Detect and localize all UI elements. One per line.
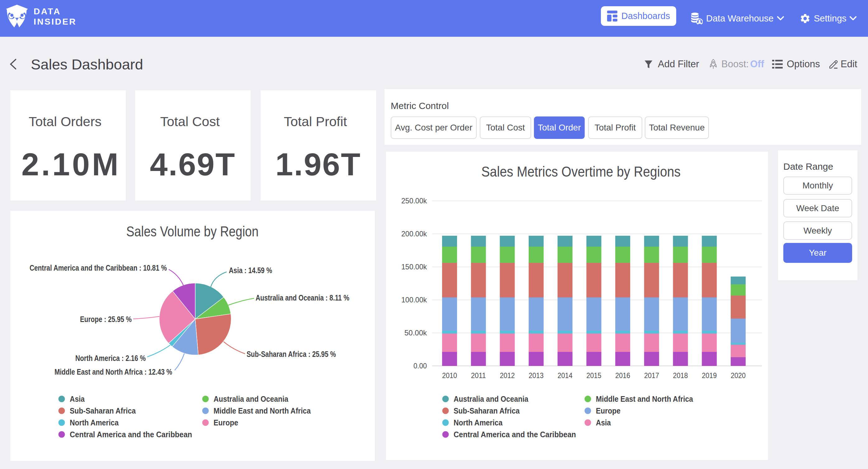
svg-text:Asia : 14.59 %: Asia : 14.59 %: [229, 266, 272, 275]
svg-text:Australia and Oceania: Australia and Oceania: [454, 394, 528, 404]
svg-text:Australia and Oceania: Australia and Oceania: [214, 394, 288, 404]
svg-text:Sub-Saharan Africa: Sub-Saharan Africa: [70, 406, 136, 415]
svg-text:North America: North America: [454, 418, 502, 427]
svg-text:Central America and the Caribb: Central America and the Caribbean: [454, 430, 576, 439]
svg-text:Middle East and North Africa: Middle East and North Africa: [214, 406, 311, 415]
svg-text:North America : 2.16 %: North America : 2.16 %: [75, 353, 146, 363]
svg-text:Asia: Asia: [70, 394, 85, 404]
svg-text:Central America and the Caribb: Central America and the Caribbean : 10.8…: [30, 263, 167, 272]
svg-text:Australia and Oceania : 8.11 %: Australia and Oceania : 8.11 %: [256, 293, 349, 302]
svg-text:Central America and the Caribb: Central America and the Caribbean: [70, 430, 192, 439]
svg-text:Middle East and North Africa :: Middle East and North Africa : 12.43 %: [55, 367, 172, 377]
svg-text:Sales Volume by Region: Sales Volume by Region: [126, 223, 259, 239]
svg-text:Sub-Saharan Africa : 25.95 %: Sub-Saharan Africa : 25.95 %: [247, 349, 336, 359]
svg-text:Europe: Europe: [214, 418, 238, 427]
svg-text:Asia: Asia: [596, 418, 611, 427]
svg-text:North America: North America: [70, 418, 119, 427]
svg-text:Middle East and North Africa: Middle East and North Africa: [596, 394, 693, 404]
svg-text:Europe : 25.95 %: Europe : 25.95 %: [80, 315, 132, 324]
svg-text:Sub-Saharan Africa: Sub-Saharan Africa: [454, 406, 520, 415]
svg-text:Europe: Europe: [596, 406, 620, 415]
